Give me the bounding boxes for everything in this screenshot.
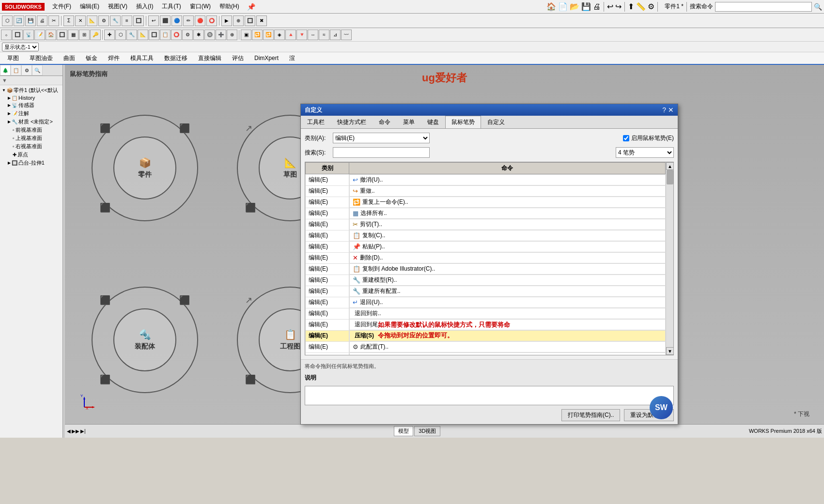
save-icon[interactable]: 💾 (581, 2, 591, 11)
table-row[interactable]: 编辑(E) 🔧 重建模型(R).. (306, 275, 666, 286)
tb2-btn-15[interactable]: 📋 (160, 30, 171, 40)
tb2-btn-18[interactable]: ✱ (193, 30, 204, 40)
tree-item-part[interactable]: ▼ 📦 零件1 (默认<<默认 (1, 86, 62, 94)
tb-btn-11[interactable]: ≡ (122, 15, 132, 26)
tb-btn-22[interactable]: ✖ (256, 15, 267, 26)
tree-item-material[interactable]: ▶ 🔧 材质 <未指定> (7, 118, 62, 126)
tb2-btn-28[interactable]: ↔ (308, 30, 318, 40)
tb2-btn-12[interactable]: 🔧 (126, 30, 137, 40)
dialog-tab-menu[interactable]: 菜单 (397, 116, 421, 128)
table-cell-name-9[interactable]: 🔧 重建模型(R).. (349, 275, 666, 286)
ribbon-direct-edit[interactable]: 直接编辑 (193, 52, 227, 64)
tb2-btn-1[interactable]: ⬦ (1, 30, 12, 40)
dialog-tab-custom[interactable]: 自定义 (481, 116, 511, 128)
scroll-down-arrow[interactable]: ▼ (666, 347, 674, 355)
scroll-end-icon[interactable]: ▶| (80, 428, 86, 434)
tb2-btn-25[interactable]: ◈ (274, 30, 285, 40)
table-cell-name-15[interactable]: ⚙ 此配置(T).. (349, 341, 666, 352)
tb-btn-3[interactable]: 💾 (25, 15, 36, 26)
table-cell-name-2[interactable]: 🔁 重复上一命令(E).. (349, 197, 666, 208)
tb-btn-13[interactable]: ↩ (148, 15, 159, 26)
dialog-tab-command[interactable]: 命令 (373, 116, 397, 128)
table-row[interactable]: 编辑(E) 🔧 重建所有配置.. (306, 286, 666, 297)
table-row[interactable]: 编辑(E) ⚙ 所有配置(A).. (306, 352, 666, 355)
table-cell-name-3[interactable]: ▦ 选择所有.. (349, 208, 666, 219)
tb-btn-1[interactable]: ⬡ (2, 15, 13, 26)
table-cell-name-5[interactable]: 📋 复制(C).. (349, 230, 666, 241)
tree-item-extrude[interactable]: ▶ 🔲 凸台-拉伸1 (7, 159, 62, 167)
dialog-tab-toolbar[interactable]: 工具栏 (301, 116, 331, 128)
tb-btn-8[interactable]: 📐 (87, 15, 97, 26)
tb2-btn-8[interactable]: ⊞ (79, 30, 90, 40)
ribbon-surface[interactable]: 曲面 (58, 52, 80, 64)
table-row[interactable]: 编辑(E) ✕ 删除(D).. (306, 252, 666, 263)
tb2-btn-26[interactable]: 🔺 (285, 30, 296, 40)
tb-btn-9[interactable]: ⚙ (98, 15, 109, 26)
table-scrollbar[interactable]: ▲ ▼ (666, 162, 673, 355)
menu-insert[interactable]: 插入(I) (132, 1, 157, 12)
ribbon-sketch-oil[interactable]: 草图油壶 (24, 52, 58, 64)
tb2-btn-11[interactable]: ⬡ (115, 30, 126, 40)
tb-btn-15[interactable]: 🔵 (171, 15, 182, 26)
tb2-btn-5[interactable]: 🏠 (46, 30, 56, 40)
print-guide-button[interactable]: 打印笔势指南(C).. (561, 409, 620, 421)
tb2-btn-30[interactable]: ⊿ (330, 30, 341, 40)
ribbon-weldment[interactable]: 焊件 (103, 52, 125, 64)
inner-circle-part[interactable]: 📦 零件 (113, 137, 176, 199)
table-cell-name-4[interactable]: ✂ 剪切(T).. (349, 219, 666, 230)
tb-btn-20[interactable]: ⊕ (233, 15, 244, 26)
table-row[interactable]: 编辑(E) ▦ 选择所有.. (306, 208, 666, 219)
tb2-btn-14[interactable]: 🔲 (149, 30, 159, 40)
redo-top-icon[interactable]: ↪ (615, 2, 622, 11)
dialog-help-button[interactable]: ? (662, 106, 666, 114)
table-cell-name-14[interactable]: 压缩(S) (349, 330, 666, 341)
home-icon[interactable]: 🏠 (546, 2, 556, 11)
settings-top-icon[interactable]: ⚙ (648, 2, 654, 11)
tb2-btn-20[interactable]: ➕ (216, 30, 226, 40)
scroll-thumb[interactable] (667, 170, 673, 184)
tb-btn-5[interactable]: ✂ (48, 15, 59, 26)
tb2-btn-24[interactable]: 🔂 (263, 30, 274, 40)
tb-btn-14[interactable]: ⬛ (160, 15, 171, 26)
ribbon-evaluate[interactable]: 评估 (227, 52, 249, 64)
tb-btn-19[interactable]: ▶ (221, 15, 232, 26)
table-cell-name-16[interactable]: ⚙ 所有配置(A).. (349, 352, 666, 355)
ribbon-data-migration[interactable]: 数据迁移 (159, 52, 193, 64)
tb2-btn-16[interactable]: ⭕ (171, 30, 182, 40)
table-cell-name-0[interactable]: ↩ 撤消(U).. (349, 174, 666, 185)
open-icon[interactable]: 📂 (570, 2, 579, 11)
search-icon[interactable]: 🔍 (814, 3, 822, 11)
tb2-btn-23[interactable]: 🔁 (252, 30, 263, 40)
table-row[interactable]: 编辑(E) ↵ 退回(U).. (306, 297, 666, 308)
tb-btn-2[interactable]: 🔄 (14, 15, 24, 26)
tb2-btn-4[interactable]: 📝 (34, 30, 45, 40)
tb-btn-10[interactable]: 🔧 (110, 15, 121, 26)
left-tab-config[interactable]: ⚙ (21, 65, 32, 76)
ribbon-sheet-metal[interactable]: 钣金 (80, 52, 103, 64)
new-icon[interactable]: 📄 (558, 2, 568, 11)
tb2-btn-13[interactable]: 📐 (138, 30, 148, 40)
table-cell-name-11[interactable]: ↵ 退回(U).. (349, 297, 666, 308)
table-row[interactable]: 编辑(E) 压缩(S) (306, 330, 666, 341)
table-cell-name-12[interactable]: 退回到前.. (349, 308, 666, 319)
scroll-right-icon[interactable]: ▶▶ (72, 428, 79, 434)
command-table-scroll[interactable]: 类别 命令 编辑(E) ↩ 撤消(U).. 编辑(E) ↪ 重做.. 编辑(E) (305, 162, 666, 355)
inner-circle-assembly[interactable]: 🔩 装配体 (113, 308, 176, 371)
table-row[interactable]: 编辑(E) ⚙ 此配置(T).. (306, 341, 666, 352)
search-input[interactable] (333, 147, 430, 158)
tb2-btn-21[interactable]: ⊕ (227, 30, 237, 40)
menu-view[interactable]: 视图(V) (104, 1, 131, 12)
table-cell-name-7[interactable]: ✕ 删除(D).. (349, 252, 666, 263)
table-row[interactable]: 编辑(E) ↩ 撤消(U).. (306, 174, 666, 186)
tab-3d[interactable]: 3D视图 (414, 426, 440, 436)
search-command-input[interactable] (715, 2, 812, 12)
filter-icon[interactable]: ▼ (1, 77, 8, 84)
tb2-btn-31[interactable]: 〰 (341, 30, 352, 40)
tab-model[interactable]: 模型 (394, 426, 413, 436)
table-cell-name-13[interactable]: 退回到尾.. (349, 319, 666, 330)
tb2-btn-27[interactable]: 🔻 (296, 30, 307, 40)
menu-window[interactable]: 窗口(W) (186, 1, 215, 12)
tree-item-top-plane[interactable]: ▫ 上视基准面 (7, 134, 62, 142)
table-cell-name-8[interactable]: 📋 复制到 Adobe Illustrator(C).. (349, 263, 666, 275)
pin-icon[interactable]: 📌 (247, 3, 255, 11)
